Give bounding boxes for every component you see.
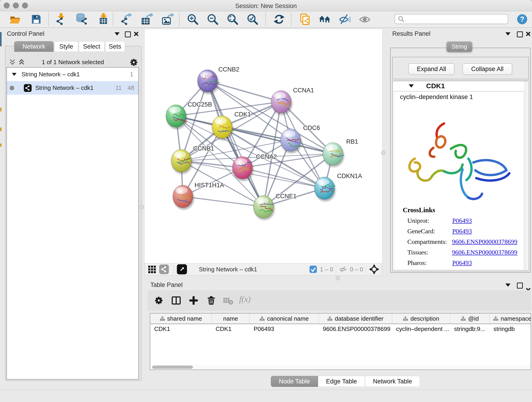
crosslink-link[interactable]: 9606.ENSP00000378699 (452, 249, 517, 256)
crosslink-link[interactable]: P06493 (452, 217, 472, 224)
gene-section-header[interactable]: CDK1 (393, 81, 525, 91)
network-collection-row[interactable]: String Network – cdk1 1 (7, 68, 138, 81)
eye-icon (359, 13, 370, 25)
column-header-canonical-name[interactable]: canonical name (250, 313, 319, 324)
export-table-button[interactable] (141, 13, 153, 25)
network-options-gear-icon[interactable] (130, 58, 138, 66)
export-network-button[interactable] (120, 13, 132, 25)
help-button[interactable]: ? (516, 13, 528, 25)
results-panel-close-icon[interactable] (526, 32, 531, 36)
grid-view-icon[interactable] (148, 265, 157, 274)
delete-column-trash-icon[interactable] (207, 296, 216, 305)
column-header-shared-name[interactable]: shared name (150, 313, 212, 324)
selected-counts: 1 – 0 (320, 266, 333, 273)
network-node-RB1[interactable]: RB1 (323, 138, 358, 167)
gene-details-box: cyclin–dependent kinase 1 CrossLinks Uni… (394, 91, 524, 270)
export-image-button[interactable] (162, 13, 174, 25)
column-header-name[interactable]: name (212, 313, 250, 324)
show-columns-icon[interactable] (171, 296, 181, 305)
zoom-selected-button[interactable] (247, 13, 259, 25)
hierarchy-icon (461, 317, 466, 321)
node-label: RB1 (346, 138, 358, 145)
table-panel-float-icon[interactable] (517, 283, 523, 288)
control-panel-menu-icon[interactable] (114, 32, 120, 36)
first-neighbors-button[interactable] (319, 13, 331, 25)
search-icon (398, 16, 405, 22)
results-tab-string[interactable]: String (447, 41, 472, 52)
control-panel-close-icon[interactable] (133, 32, 139, 36)
network-node-CCNE1[interactable]: CCNE1 (253, 193, 297, 220)
table-hscrollbar-thumb[interactable] (152, 366, 193, 369)
show-all-button[interactable] (359, 13, 371, 25)
column-header-database-identifier[interactable]: database identifier (319, 313, 392, 324)
crosslink-link[interactable]: 9606.ENSP00000378699 (452, 238, 517, 245)
network-selection-status: 1 of 1 Network selected (9, 59, 137, 66)
tab-select[interactable]: Select (79, 41, 104, 52)
zoom-in-button[interactable] (187, 13, 199, 25)
tab-network-table[interactable]: Network Table (365, 376, 420, 387)
export-table-icon (141, 13, 153, 25)
network-current-dot-icon (10, 86, 14, 90)
toolbar-search[interactable] (394, 14, 508, 24)
selected-checkbox-icon[interactable] (309, 265, 317, 273)
column-header-namespace[interactable]: namespace (490, 313, 531, 324)
tree-collapse-icon[interactable] (12, 73, 17, 76)
network-view-icon[interactable] (159, 264, 169, 274)
table-panel-menu-icon[interactable] (505, 283, 510, 287)
tab-network[interactable]: Network (14, 41, 54, 52)
crosslink-row: Tissues:9606.ENSP00000378699 (407, 247, 517, 258)
results-panel-float-icon[interactable] (517, 32, 523, 37)
crosslink-link[interactable]: P06493 (452, 259, 472, 267)
tab-sets[interactable]: Sets (105, 41, 125, 52)
column-header-description[interactable]: description (392, 313, 450, 324)
zoom-out-button[interactable] (207, 13, 219, 25)
network-node-CDC25B[interactable]: CDC25B (166, 101, 212, 129)
column-header--id[interactable]: @id (450, 313, 490, 324)
network-node-CCNA1[interactable]: CCNA1 (271, 87, 314, 115)
new-network-from-selection-button[interactable] (299, 13, 311, 25)
birds-eye-view-icon[interactable] (177, 264, 187, 274)
results-panel-menu-icon[interactable] (505, 32, 510, 36)
zoom-fit-button[interactable] (227, 13, 239, 25)
collapse-all-button[interactable]: Collapse All (462, 63, 512, 75)
title-bar: Session: New Session (0, 0, 532, 11)
control-panel-float-icon[interactable] (125, 32, 131, 37)
add-column-icon[interactable] (189, 296, 198, 305)
table-settings-gear-icon[interactable] (154, 296, 163, 305)
expand-all-button[interactable]: Expand All (408, 63, 455, 75)
vertical-splitter-handle[interactable] (139, 205, 144, 209)
import-network-from-database-button[interactable] (76, 13, 88, 25)
search-input[interactable] (405, 16, 502, 22)
import-table-icon (97, 13, 109, 25)
hide-selection-button[interactable] (339, 13, 351, 25)
network-node-CCNB2[interactable]: CCNB2 (197, 66, 239, 94)
table-hscrollbar-track[interactable] (150, 365, 531, 370)
results-scrollbar[interactable] (525, 81, 529, 271)
toolbar-separator (291, 13, 291, 26)
pan-crosshair-icon[interactable] (369, 264, 380, 274)
crosslink-link[interactable]: P06493 (452, 228, 472, 235)
tab-style[interactable]: Style (54, 41, 78, 52)
table-row[interactable]: CDK1CDK1P064939606.ENSP00000378699cyclin… (150, 324, 531, 334)
network-row-label: String Network – cdk1 (35, 84, 94, 91)
import-network-button[interactable] (55, 13, 66, 25)
function-builder-icon: f(x) (239, 294, 251, 304)
houses-icon (319, 13, 331, 25)
vertical-splitter-handle[interactable] (381, 151, 385, 155)
horizontal-splitter-handle[interactable] (336, 276, 340, 280)
tab-node-table[interactable]: Node Table (271, 376, 318, 387)
refresh-view-button[interactable] (273, 13, 285, 25)
open-folder-icon (9, 13, 21, 25)
import-table-button[interactable] (97, 13, 109, 25)
network-canvas[interactable]: CCNB2CCNA1CDC25BCDK1CDC6RB1CCNB1CCNA2CDK… (144, 29, 382, 264)
network-row-selected[interactable]: String Network – cdk1 11 48 (7, 81, 138, 95)
tab-edge-table[interactable]: Edge Table (318, 376, 365, 387)
window-title: Session: New Session (0, 2, 532, 10)
gene-section-collapse-icon[interactable] (409, 84, 414, 88)
network-node-HIST1H1A[interactable]: HIST1H1A (173, 182, 224, 210)
open-session-button[interactable] (9, 13, 21, 25)
network-node-CDKN1A[interactable]: CDKN1A (314, 172, 362, 201)
import-network-icon (55, 13, 66, 25)
save-session-button[interactable] (30, 13, 42, 25)
network-node-count: 11 (115, 84, 122, 91)
